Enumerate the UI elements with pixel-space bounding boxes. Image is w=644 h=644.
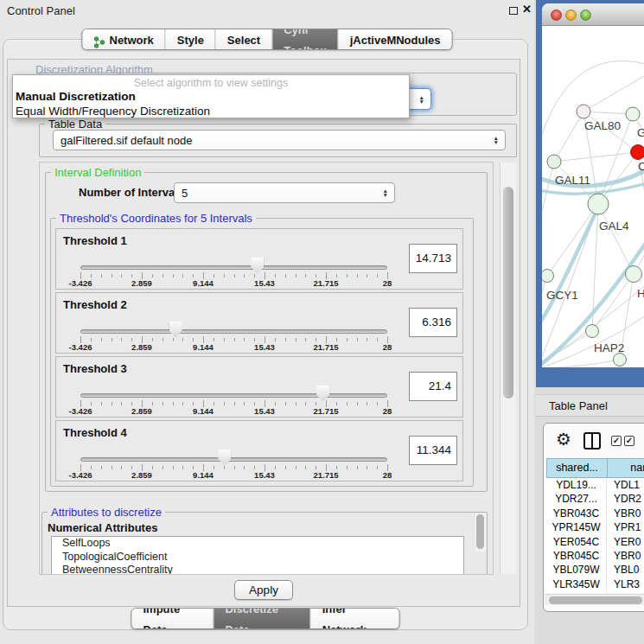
apply-button[interactable]: Apply — [234, 580, 293, 600]
slider-track[interactable] — [80, 393, 387, 398]
table-row[interactable]: YDR27... YDR2 — [546, 492, 644, 506]
slider-track[interactable] — [80, 457, 387, 462]
control-panel-titlebar: Control Panel ✕ — [0, 0, 534, 22]
scroll-viewport: Interval Definition Number of Intervals … — [39, 162, 494, 575]
tick-label: -3.426 — [54, 278, 106, 288]
network-node[interactable] — [577, 105, 590, 118]
close-traffic-light-icon[interactable] — [551, 10, 562, 21]
tick-mark — [163, 466, 163, 469]
table-cell: YPR145W — [546, 520, 607, 534]
table-row[interactable]: YDL19... YDL1 — [546, 478, 644, 492]
network-tree-icon — [93, 35, 105, 47]
combo-arrows-icon: ▲▼ — [494, 136, 499, 144]
table-row[interactable]: YBL079W YBL0 — [546, 563, 644, 577]
table-row[interactable]: YPR145W YPR1 — [546, 520, 644, 534]
table-horizontal-scrollbar[interactable] — [545, 594, 644, 605]
zoom-traffic-light-icon[interactable] — [580, 10, 591, 21]
tab[interactable]: Impute Data — [132, 609, 214, 629]
tick-mark — [275, 466, 276, 469]
table-row[interactable]: YLR345W YLR3 — [546, 577, 644, 591]
tick-mark — [367, 338, 367, 341]
algorithm-dropdown-popup: Select algorithm to view settings Manual… — [12, 74, 410, 118]
table-cell: YDR27... — [546, 492, 607, 506]
tab[interactable]: Infer Network — [311, 609, 399, 629]
table-row[interactable]: YER054C YER0 — [546, 535, 644, 549]
table-row[interactable]: YBR043C YBR0 — [546, 507, 644, 520]
tab[interactable]: Select — [216, 29, 272, 50]
close-icon[interactable]: ✕ — [522, 3, 532, 16]
threshold-label: Threshold 1 — [63, 234, 127, 247]
tab[interactable]: Style — [166, 29, 216, 50]
tick-mark — [347, 338, 348, 341]
number-of-intervals-combobox[interactable]: 5 ▲▼ — [174, 182, 395, 203]
tab[interactable]: Discretize Data — [214, 609, 310, 629]
checkbox-icon[interactable]: ✓ — [624, 436, 634, 446]
table-cell: YBR045C — [546, 549, 607, 563]
threshold-value-field[interactable]: 14.713 — [409, 244, 457, 273]
node-label: HAP2 — [594, 341, 624, 354]
network-node[interactable] — [631, 145, 644, 160]
panel-scrollbar[interactable] — [500, 163, 516, 574]
tick-mark — [377, 338, 378, 341]
tick-label: 9.144 — [177, 342, 229, 352]
slider-thumb[interactable] — [169, 322, 182, 338]
attribute-item[interactable]: SelfLoops — [52, 537, 463, 551]
column-header[interactable]: shared... — [546, 458, 608, 478]
thresholds-group-label: Threshold's Coordinates for 5 Intervals — [56, 212, 256, 225]
popup-item[interactable]: Equal Width/Frequency Discretization — [16, 104, 406, 118]
network-node[interactable] — [547, 155, 561, 169]
attribute-item[interactable]: TopologicalCoefficient — [52, 551, 463, 564]
slider-thumb[interactable] — [218, 450, 231, 466]
table-row[interactable]: YBR045C YBR0 — [546, 549, 644, 563]
network-node[interactable] — [626, 266, 642, 283]
column-header[interactable]: name — [607, 458, 644, 478]
network-node[interactable] — [614, 354, 627, 367]
network-node[interactable] — [542, 270, 554, 283]
tick-label: 9.144 — [177, 406, 229, 416]
network-edge — [583, 112, 633, 114]
minimize-traffic-light-icon[interactable] — [565, 10, 577, 21]
checkbox-icon[interactable]: ✓ — [611, 436, 622, 446]
threshold-value-field[interactable]: 21.4 — [409, 372, 457, 401]
tab[interactable]: Network — [82, 29, 165, 50]
tick-mark — [101, 402, 102, 405]
table-data-combobox[interactable]: galFiltered.sif default node ▲▼ — [53, 130, 506, 150]
network-node[interactable] — [588, 194, 609, 214]
tick-mark — [193, 466, 194, 469]
threshold-value-field[interactable]: 11.344 — [409, 436, 457, 465]
tick-mark — [163, 274, 163, 277]
popup-list: Manual DiscretizationEqual Width/Frequen… — [16, 89, 406, 118]
tick-mark — [316, 402, 316, 405]
tick-mark — [234, 402, 235, 405]
tab[interactable]: Cyni Toolbox — [272, 29, 339, 50]
float-window-icon[interactable] — [509, 7, 518, 15]
tab[interactable]: jActiveMNodules — [339, 29, 452, 50]
network-canvas[interactable]: GAL80GALGAL11CGAL4GCY1HHAP2 — [542, 26, 644, 367]
tick-mark — [377, 466, 378, 469]
table-cell: YDR2 — [607, 492, 644, 506]
threshold-value-field[interactable]: 6.316 — [409, 308, 457, 337]
column-layout-icon[interactable] — [583, 432, 601, 450]
network-node[interactable] — [586, 325, 599, 338]
table-cell: YBL079W — [546, 563, 607, 577]
table-cell: YBL0 — [607, 563, 644, 577]
gear-icon[interactable]: ⚙ — [556, 430, 571, 448]
tick-mark — [296, 338, 296, 341]
numerical-attributes-label: Numerical Attributes — [48, 521, 157, 534]
tick-mark — [121, 274, 122, 277]
network-titlebar[interactable] — [542, 3, 644, 26]
tick-mark — [224, 402, 225, 405]
network-node[interactable] — [626, 107, 640, 121]
slider-track[interactable] — [80, 265, 387, 270]
slider-thumb[interactable] — [316, 386, 329, 402]
attribute-item[interactable]: BetweennessCentrality — [52, 564, 463, 575]
node-label: GCY1 — [546, 289, 578, 302]
tick-mark — [182, 402, 183, 405]
attributes-list-scrollbar[interactable] — [475, 513, 486, 552]
tick-label: 21.715 — [300, 342, 352, 352]
tick-mark — [357, 274, 358, 277]
slider-track[interactable] — [80, 329, 387, 334]
popup-item[interactable]: Manual Discretization — [16, 89, 406, 104]
threshold-row: Threshold 1 -3.4262.8599.14415.4321.7152… — [55, 228, 463, 290]
slider-thumb[interactable] — [251, 258, 264, 274]
